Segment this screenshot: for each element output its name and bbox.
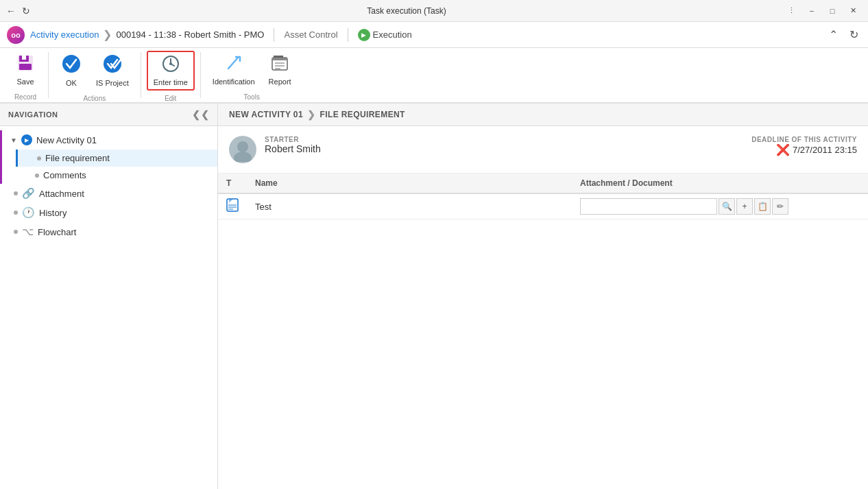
- attachment-label: Attachment: [39, 189, 84, 199]
- table-row: Test 🔍 + 📋 ✏: [218, 193, 868, 219]
- attachment-copy-button[interactable]: 📋: [754, 198, 771, 215]
- bullet-attachment: [14, 191, 18, 195]
- asset-control-link[interactable]: Asset Control: [284, 29, 337, 40]
- row-type-cell: [218, 193, 247, 219]
- svg-rect-12: [272, 58, 287, 60]
- sidebar-item-attachment[interactable]: 🔗 Attachment: [0, 184, 217, 203]
- starter-label: STARTER: [265, 136, 751, 143]
- breadcrumb-current: 000194 - 11:38 - Robert Smith - PMO: [116, 29, 264, 40]
- breadcrumb: Activity execution ❯ 000194 - 11:38 - Ro…: [30, 28, 264, 41]
- minimize-button[interactable]: ⋮: [782, 3, 801, 19]
- report-icon: [271, 54, 289, 76]
- header-refresh-icon[interactable]: ↻: [846, 27, 861, 43]
- attachment-input-wrap: 🔍 + 📋 ✏: [580, 198, 860, 215]
- maximize-button[interactable]: □: [823, 3, 842, 19]
- record-group-label: Record: [3, 92, 48, 101]
- is-project-button[interactable]: IS Project: [90, 51, 135, 91]
- ok-icon: [61, 54, 82, 77]
- sidebar-collapse-button[interactable]: ❮❮: [192, 109, 209, 120]
- attachment-input[interactable]: [580, 198, 717, 215]
- execution-button[interactable]: ▶ Execution: [358, 29, 412, 41]
- svg-rect-2: [22, 56, 26, 60]
- svg-point-17: [234, 152, 252, 162]
- svg-point-5: [104, 55, 121, 73]
- is-project-label: IS Project: [96, 79, 129, 87]
- sidebar-item-history[interactable]: 🕐 History: [0, 203, 217, 222]
- save-label: Save: [16, 77, 34, 86]
- header-right-actions: ⌃ ↻: [825, 27, 861, 43]
- nav-group-new-activity: ▼ ▶ New Activity 01 File requirement Com…: [0, 130, 217, 184]
- starter-name: Robert Smith: [265, 143, 751, 154]
- breadcrumb-activity-execution[interactable]: Activity execution: [30, 29, 99, 40]
- sidebar-item-comments[interactable]: Comments: [16, 167, 217, 184]
- sidebar-item-flowchart[interactable]: ⌥ Flowchart: [0, 222, 217, 241]
- attachment-edit-button[interactable]: ✏: [772, 198, 788, 215]
- identification-icon: [225, 54, 243, 76]
- report-button[interactable]: Report: [263, 51, 298, 89]
- starter-section: STARTER Robert Smith DEADLINE OF THIS AC…: [218, 126, 868, 174]
- starter-info: STARTER Robert Smith: [265, 136, 751, 154]
- close-button[interactable]: ✕: [843, 3, 863, 19]
- file-table: T Name Attachment / Document: [218, 174, 868, 219]
- header-divider-1: [274, 28, 274, 42]
- content-breadcrumb-part2: FILE REQUIREMENT: [320, 110, 405, 119]
- svg-point-9: [169, 62, 172, 65]
- sidebar-item-file-requirement[interactable]: File requirement: [16, 150, 217, 167]
- identification-button[interactable]: Identification: [206, 51, 261, 89]
- enter-time-button[interactable]: Enter time: [147, 51, 195, 91]
- app-logo: oo: [7, 26, 25, 44]
- toolbar-group-edit: Enter time Edit: [141, 48, 200, 102]
- back-icon[interactable]: ←: [5, 5, 16, 16]
- ok-label: OK: [66, 79, 77, 87]
- sidebar-nav: ▼ ▶ New Activity 01 File requirement Com…: [0, 126, 217, 489]
- nav-group-new-activity-header[interactable]: ▼ ▶ New Activity 01: [2, 130, 217, 150]
- activity-play-icon: ▶: [21, 134, 32, 145]
- avatar: [229, 136, 256, 163]
- toolbar-tools-buttons: Identification Report: [201, 48, 303, 92]
- file-requirement-label: File requirement: [45, 153, 110, 163]
- execution-label: Execution: [373, 29, 412, 40]
- content-area: NEW ACTIVITY 01 ❯ FILE REQUIREMENT START…: [218, 104, 868, 489]
- bullet-history: [14, 211, 18, 215]
- sidebar: NAVIGATION ❮❮ ▼ ▶ New Activity 01: [0, 104, 218, 489]
- content-breadcrumb-sep: ❯: [307, 109, 315, 120]
- ok-button[interactable]: OK: [54, 51, 88, 91]
- window-menu-button[interactable]: −: [802, 3, 821, 19]
- row-attachment-cell: 🔍 + 📋 ✏: [572, 193, 868, 219]
- deadline-date: 7/27/2011 23:15: [793, 145, 857, 155]
- history-label: History: [39, 208, 67, 218]
- header-divider-2: [348, 28, 348, 42]
- attachment-search-button[interactable]: 🔍: [719, 198, 735, 215]
- file-type-icon: [226, 202, 239, 214]
- bullet-flowchart: [14, 230, 18, 234]
- attachment-link-icon: 🔗: [22, 187, 35, 200]
- row-name-text: Test: [255, 202, 272, 212]
- save-button[interactable]: Save: [8, 51, 43, 89]
- toolbar-group-tools: Identification Report Tools: [201, 48, 303, 102]
- flowchart-icon: ⌥: [22, 226, 34, 238]
- identification-label: Identification: [213, 77, 255, 86]
- nav-sub-items: File requirement Comments: [2, 150, 217, 184]
- breadcrumb-sep-1: ❯: [103, 28, 112, 41]
- new-activity-label: New Activity 01: [36, 135, 97, 145]
- row-name-cell: Test: [247, 193, 572, 219]
- actions-group-label: Actions: [49, 93, 141, 102]
- app-header: oo Activity execution ❯ 000194 - 11:38 -…: [0, 22, 868, 48]
- sidebar-header: NAVIGATION ❮❮: [0, 104, 217, 126]
- title-bar: ← ↻ Task execution (Task) ⋮ − □ ✕: [0, 0, 868, 22]
- toolbar-group-record: Save Record: [3, 48, 48, 102]
- collapse-icon[interactable]: ⌃: [825, 27, 841, 43]
- bullet-icon-2: [35, 174, 39, 178]
- deadline-label: DEADLINE OF THIS ACTIVITY: [751, 136, 857, 143]
- report-label: Report: [269, 77, 291, 86]
- toolbar-record-buttons: Save: [3, 48, 48, 92]
- tools-group-label: Tools: [201, 92, 303, 101]
- attachment-add-button[interactable]: +: [736, 198, 753, 215]
- is-project-icon: [102, 54, 123, 77]
- sidebar-title: NAVIGATION: [8, 110, 58, 119]
- table-header-row: T Name Attachment / Document: [218, 174, 868, 193]
- refresh-icon[interactable]: ↻: [21, 5, 32, 16]
- save-icon: [16, 54, 34, 76]
- svg-point-16: [237, 141, 248, 152]
- toolbar-actions-buttons: OK IS Project: [49, 48, 141, 93]
